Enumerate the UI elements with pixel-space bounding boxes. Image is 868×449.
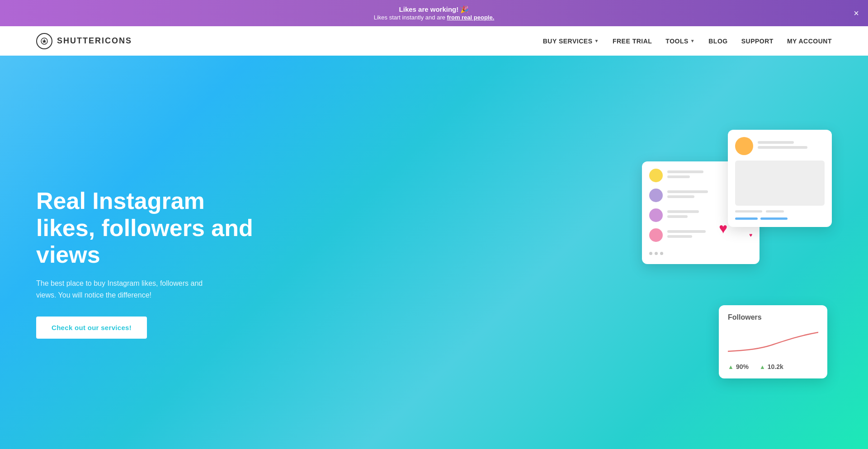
avatar-4 bbox=[649, 228, 663, 242]
avatar-1 bbox=[649, 169, 663, 182]
stats-card: Followers ▲ 90% ▲ 10.2k bbox=[719, 305, 827, 378]
big-heart-icon: ♥ bbox=[719, 220, 789, 237]
nav-links: BUY SERVICES ▼ FREE TRIAL TOOLS ▼ BLOG S… bbox=[543, 37, 832, 45]
stats-title: Followers bbox=[728, 313, 818, 321]
stats-row: ▲ 90% ▲ 10.2k bbox=[728, 363, 818, 370]
avatar-2 bbox=[649, 189, 663, 202]
hero-content: Real Instagram likes, followers and view… bbox=[36, 188, 262, 339]
hero-section: Real Instagram likes, followers and view… bbox=[0, 56, 868, 449]
announcement-subtitle: Likes start instantly and are from real … bbox=[374, 14, 495, 21]
chevron-down-icon: ▼ bbox=[594, 38, 599, 43]
hero-subtitle: The best place to buy Instagram likes, f… bbox=[36, 278, 208, 301]
stat-item-1: ▲ 90% bbox=[728, 363, 749, 370]
profile-card bbox=[728, 130, 832, 227]
profile-image bbox=[735, 161, 825, 206]
hero-title: Real Instagram likes, followers and view… bbox=[36, 188, 262, 269]
nav-item-my-account[interactable]: MY ACCOUNT bbox=[787, 37, 832, 45]
nav-item-free-trial[interactable]: FREE TRIAL bbox=[613, 37, 652, 45]
cta-button[interactable]: Check out our services! bbox=[36, 317, 147, 339]
blue-lines bbox=[735, 217, 825, 220]
nav-item-tools[interactable]: TOOLS ▼ bbox=[665, 38, 695, 45]
chart-area bbox=[728, 329, 818, 356]
close-button[interactable]: × bbox=[854, 9, 859, 18]
avatar-3 bbox=[649, 208, 663, 222]
profile-avatar bbox=[735, 137, 753, 155]
navbar: SHUTTERICONS BUY SERVICES ▼ FREE TRIAL T… bbox=[0, 26, 868, 56]
stat-item-2: ▲ 10.2k bbox=[760, 363, 783, 370]
hero-mockup: ♥ ♥ ♥ bbox=[642, 130, 832, 378]
logo[interactable]: SHUTTERICONS bbox=[36, 33, 132, 49]
logo-text: SHUTTERICONS bbox=[57, 36, 132, 46]
chevron-down-icon: ▼ bbox=[690, 38, 695, 43]
arrow-up-icon-2: ▲ bbox=[760, 364, 765, 370]
nav-item-buy-services[interactable]: BUY SERVICES ▼ bbox=[543, 38, 599, 45]
logo-icon bbox=[36, 33, 52, 49]
interaction-row bbox=[735, 210, 825, 215]
arrow-up-icon-1: ▲ bbox=[728, 364, 734, 370]
nav-item-support[interactable]: SUPPORT bbox=[741, 37, 774, 45]
announcement-title: Likes are working! 🎉 bbox=[399, 5, 469, 13]
feed-dots bbox=[649, 248, 752, 257]
nav-item-blog[interactable]: BLOG bbox=[708, 37, 727, 45]
announcement-bar: Likes are working! 🎉 Likes start instant… bbox=[0, 0, 868, 26]
